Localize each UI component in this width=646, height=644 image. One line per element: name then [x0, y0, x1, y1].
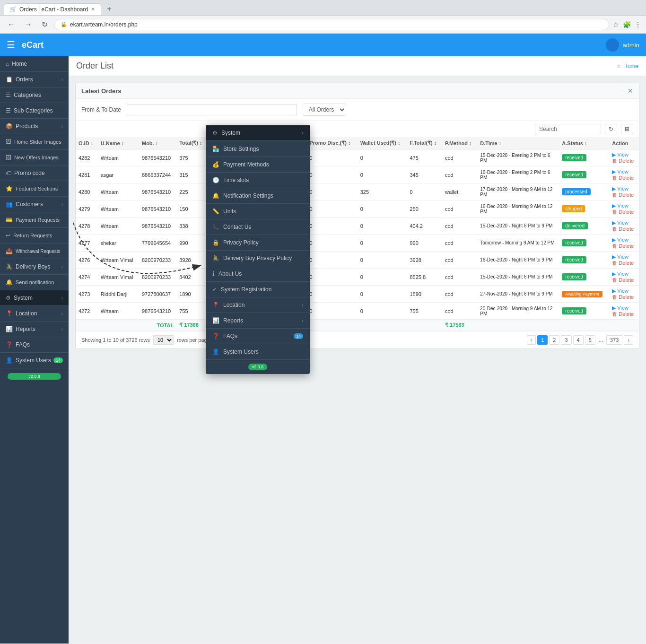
view-link[interactable]: ▶ View [612, 305, 636, 311]
view-link[interactable]: ▶ View [612, 254, 636, 260]
dropdown-delivery-boy-privacy[interactable]: 🚴 Delivery Boy Privacy Policy [206, 251, 310, 266]
dropdown-units[interactable]: 📏 Units [206, 204, 310, 219]
forward-btn[interactable]: → [22, 19, 35, 30]
page-5-btn[interactable]: 5 [585, 335, 595, 345]
page-4-btn[interactable]: 4 [573, 335, 584, 345]
sidebar-item-home[interactable]: ⌂ Home [0, 56, 69, 72]
delete-link[interactable]: 🗑 Delete [612, 226, 636, 232]
sidebar-item-delivery-boys[interactable]: 🚴 Delivery Boys › [0, 259, 69, 275]
promo-icon: 🏷 [6, 170, 11, 176]
dropdown-store-settings[interactable]: 🏪 Store Settings [206, 141, 310, 157]
cell-wallet: 0 [358, 286, 407, 303]
dropdown-store-settings-label: Store Settings [223, 146, 259, 152]
sidebar-item-payment-requests[interactable]: 💳 Payment Requests [0, 212, 69, 228]
sidebar-item-system-users[interactable]: 👤 System Users 14 [0, 353, 69, 368]
dropdown-notification-settings[interactable]: 🔔 Notification Settings [206, 188, 310, 204]
sidebar-item-system[interactable]: ⚙ System › [0, 290, 69, 306]
sidebar-item-return-requests[interactable]: ↩ Return Requests [0, 228, 69, 244]
refresh-table-btn[interactable]: ↻ [605, 124, 617, 134]
dropdown-privacy-policy[interactable]: 🔒 Privacy Policy [206, 235, 310, 251]
rows-per-page-select[interactable]: 10 25 50 [153, 335, 174, 345]
sidebar-item-send-notification[interactable]: 🔔 Send notification [0, 275, 69, 290]
refresh-btn[interactable]: ↻ [39, 18, 51, 30]
view-link[interactable]: ▶ View [612, 203, 636, 209]
view-link[interactable]: ▶ View [612, 152, 636, 158]
dropdown-time-slots[interactable]: 🕐 Time slots [206, 173, 310, 188]
sidebar-item-promo[interactable]: 🏷 Promo code [0, 165, 69, 181]
cell-status: delivered [559, 218, 609, 235]
sidebar-item-withdrawal[interactable]: 📤 Withdrawal Requests [0, 244, 69, 259]
col-wallet: Wallet Used(₹) ↕ [358, 137, 407, 149]
columns-btn[interactable]: ⊞ [621, 124, 633, 134]
page-last-btn[interactable]: 373 [606, 335, 622, 345]
sidebar-item-subcategories[interactable]: ☰ Sub Categories [0, 103, 69, 119]
sidebar-item-customers[interactable]: 👥 Customers › [0, 197, 69, 212]
tab-close-btn[interactable]: ✕ [91, 6, 95, 12]
sidebar-item-categories[interactable]: ☰ Categories [0, 87, 69, 103]
dropdown-title[interactable]: ⚙ System › [206, 125, 310, 141]
cell-uname: Wrteam Vimal [98, 252, 139, 269]
view-link[interactable]: ▶ View [612, 288, 636, 294]
delete-link[interactable]: 🗑 Delete [612, 158, 636, 164]
extensions-icon[interactable]: 🧩 [623, 21, 631, 28]
dropdown-system-registration[interactable]: ✓ System Registration [206, 282, 310, 297]
view-link[interactable]: ▶ View [612, 169, 636, 175]
view-link[interactable]: ▶ View [612, 220, 636, 226]
search-input[interactable] [535, 124, 601, 134]
delete-link[interactable]: 🗑 Delete [612, 209, 636, 215]
bookmark-icon[interactable]: ☆ [613, 21, 619, 28]
orders-filter-select[interactable]: All Orders [303, 104, 346, 116]
delete-link[interactable]: 🗑 Delete [612, 175, 636, 181]
delete-link[interactable]: 🗑 Delete [612, 311, 636, 317]
page-3-btn[interactable]: 3 [561, 335, 571, 345]
cell-action: ▶ View 🗑 Delete [609, 286, 639, 303]
date-range-input[interactable] [127, 104, 297, 115]
sidebar-item-products[interactable]: 📦 Products › [0, 119, 69, 134]
delete-link[interactable]: 🗑 Delete [612, 277, 636, 283]
prev-page-btn[interactable]: ‹ [527, 335, 536, 345]
view-link[interactable]: ▶ View [612, 271, 636, 277]
location-arrow: › [302, 303, 303, 308]
view-link[interactable]: ▶ View [612, 237, 636, 243]
units-icon: 📏 [212, 208, 219, 215]
page-1-btn[interactable]: 1 [537, 335, 548, 345]
sidebar-item-featured[interactable]: ⭐ Featured Sections [0, 181, 69, 197]
card-close-btn[interactable]: ✕ [628, 87, 633, 95]
delete-link[interactable]: 🗑 Delete [612, 294, 636, 300]
status-badge: delivered [562, 222, 588, 229]
dropdown-reports[interactable]: 📊 Reports › [206, 313, 310, 329]
sidebar-item-home-slider[interactable]: 🖼 Home Slider Images [0, 134, 69, 150]
dropdown-payment-methods[interactable]: 💰 Payment Methods [206, 157, 310, 173]
delete-link[interactable]: 🗑 Delete [612, 243, 636, 249]
dropdown-faqs[interactable]: ❓ FAQs 14 [206, 329, 310, 344]
view-link[interactable]: ▶ View [612, 186, 636, 192]
cell-ftotal: 250 [407, 200, 442, 218]
menu-icon[interactable]: ⋮ [635, 21, 641, 28]
sidebar-item-location[interactable]: 📍 Location › [0, 306, 69, 322]
dropdown-location[interactable]: 📍 Location › [206, 297, 310, 313]
sidebar-item-reports[interactable]: 📊 Reports › [0, 322, 69, 337]
back-btn[interactable]: ← [5, 19, 18, 30]
cell-ftotal: 3928 [407, 252, 442, 269]
card-minimize-btn[interactable]: − [620, 87, 624, 95]
delete-link[interactable]: 🗑 Delete [612, 192, 636, 198]
delete-link[interactable]: 🗑 Delete [612, 260, 636, 266]
cell-wallet: 325 [358, 183, 407, 200]
browser-tab[interactable]: 🛒 Orders | eCart - Dashboard ✕ [4, 3, 101, 15]
dropdown-about-us[interactable]: ℹ About Us [206, 266, 310, 282]
page-2-btn[interactable]: 2 [549, 335, 559, 345]
new-tab-btn[interactable]: + [103, 3, 115, 15]
cell-pmethod: cod [442, 303, 477, 320]
cell-oid: 4273 [76, 286, 98, 303]
next-page-btn[interactable]: › [624, 335, 633, 345]
sidebar-item-faqs[interactable]: ❓ FAQs [0, 337, 69, 353]
sidebar-item-orders[interactable]: 📋 Orders › [0, 72, 69, 87]
col-action: Action [609, 137, 639, 149]
cell-oid: 4278 [76, 218, 98, 235]
dropdown-contact-us[interactable]: 📞 Contact Us [206, 219, 310, 235]
sidebar-toggle-btn[interactable]: ☰ [7, 39, 15, 51]
sidebar-item-new-offers[interactable]: 🖼 New Offers Images [0, 150, 69, 165]
dropdown-system-users[interactable]: 👤 System Users [206, 344, 310, 360]
address-bar[interactable]: 🔒 ekart.wrteam.in/orders.php [54, 19, 609, 30]
cell-oid: 4279 [76, 200, 98, 218]
